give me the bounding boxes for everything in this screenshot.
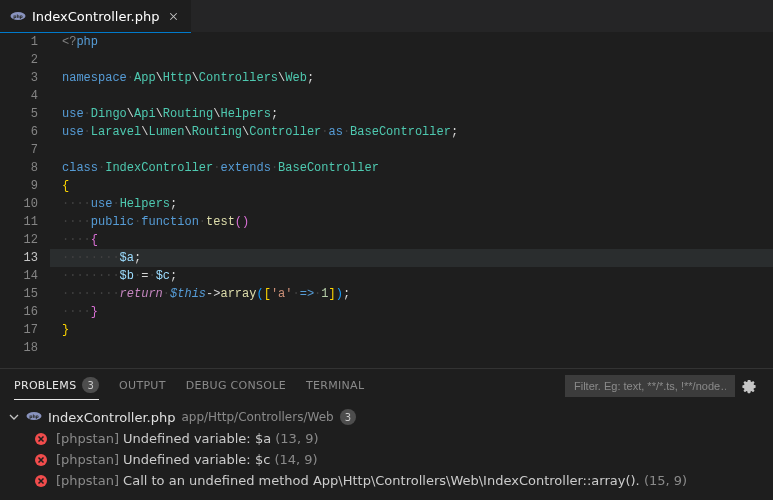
tab-output[interactable]: OUTPUT xyxy=(119,373,166,398)
problem-file-name: IndexController.php xyxy=(48,410,175,425)
tab-bar: php IndexController.php xyxy=(0,0,773,33)
svg-text:php: php xyxy=(13,14,23,19)
error-icon xyxy=(34,432,48,446)
tab-file[interactable]: php IndexController.php xyxy=(0,0,191,33)
code-line: class·IndexController·extends·BaseContro… xyxy=(50,159,773,177)
panel-tabs: PROBLEMS 3 OUTPUT DEBUG CONSOLE TERMINAL xyxy=(0,369,773,402)
problem-file-row[interactable]: php IndexController.php app/Http/Control… xyxy=(4,406,769,428)
code-line: } xyxy=(50,321,773,339)
problems-count-badge: 3 xyxy=(82,377,99,393)
code-line: ····public·function·test() xyxy=(50,213,773,231)
error-icon xyxy=(34,474,48,488)
code-line xyxy=(50,87,773,105)
code-line: ····use·Helpers; xyxy=(50,195,773,213)
code-line: namespace·App\Http\Controllers\Web; xyxy=(50,69,773,87)
svg-text:php: php xyxy=(29,413,39,418)
problems-list: php IndexController.php app/Http/Control… xyxy=(0,402,773,495)
php-icon: php xyxy=(10,8,26,24)
code-line: ····{ xyxy=(50,231,773,249)
problem-file-count: 3 xyxy=(340,409,356,425)
gear-icon[interactable] xyxy=(739,376,759,396)
tab-problems[interactable]: PROBLEMS 3 xyxy=(14,371,99,400)
code-line: <?php xyxy=(50,33,773,51)
close-icon[interactable] xyxy=(165,8,181,24)
code-line: ········$a; xyxy=(50,249,773,267)
tab-debug-console[interactable]: DEBUG CONSOLE xyxy=(186,373,286,398)
code-line: ········$b·=·$c; xyxy=(50,267,773,285)
code-area[interactable]: <?php namespace·App\Http\Controllers\Web… xyxy=(50,33,773,368)
code-line: use·Dingo\Api\Routing\Helpers; xyxy=(50,105,773,123)
tab-problems-label: PROBLEMS xyxy=(14,379,76,392)
bottom-panel: PROBLEMS 3 OUTPUT DEBUG CONSOLE TERMINAL… xyxy=(0,368,773,500)
problem-item[interactable]: [phpstan] Undefined variable: $c (14, 9) xyxy=(4,449,769,470)
problem-item[interactable]: [phpstan] Undefined variable: $a (13, 9) xyxy=(4,428,769,449)
code-line: { xyxy=(50,177,773,195)
code-line xyxy=(50,141,773,159)
editor[interactable]: 1 2 3 4 5 6 7 8 9 10 11 12 13 14 15 16 1… xyxy=(0,33,773,368)
error-icon xyxy=(34,453,48,467)
code-line xyxy=(50,51,773,69)
code-line: ····} xyxy=(50,303,773,321)
tab-title: IndexController.php xyxy=(32,9,159,24)
code-line: use·Laravel\Lumen\Routing\Controller·as·… xyxy=(50,123,773,141)
php-icon: php xyxy=(26,408,42,427)
chevron-down-icon xyxy=(8,411,20,423)
code-line: ········return·$this->array(['a'·=>·1]); xyxy=(50,285,773,303)
gutter: 1 2 3 4 5 6 7 8 9 10 11 12 13 14 15 16 1… xyxy=(0,33,50,368)
problem-item[interactable]: [phpstan] Call to an undefined method Ap… xyxy=(4,470,769,491)
tab-terminal[interactable]: TERMINAL xyxy=(306,373,364,398)
code-line xyxy=(50,339,773,357)
problem-file-path: app/Http/Controllers/Web xyxy=(181,410,333,424)
filter-input[interactable] xyxy=(565,375,735,397)
